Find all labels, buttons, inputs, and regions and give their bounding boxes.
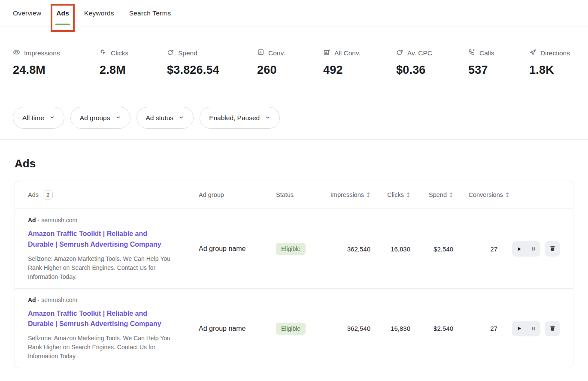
metric-all-conversions: All Conv. 492 <box>323 48 396 77</box>
metric-calls: Calls 537 <box>468 48 529 77</box>
ad-description: Sellzone: Amazon Marketing Tools. We Can… <box>28 254 177 281</box>
filter-ad-groups[interactable]: Ad groups <box>70 107 130 129</box>
column-header-status: Status <box>276 191 327 198</box>
chevron-down-icon <box>49 114 55 122</box>
eye-icon <box>13 48 20 57</box>
ad-meta: Ad · semrush.com <box>28 296 199 303</box>
sort-icon <box>406 192 410 198</box>
column-header-impressions[interactable]: Impressions <box>327 191 370 198</box>
metric-label: Calls <box>479 49 494 57</box>
metric-value: 492 <box>323 64 396 77</box>
impressions-cell: 362,540 <box>327 325 370 332</box>
chevron-down-icon <box>179 114 184 122</box>
chevron-down-icon <box>115 114 121 122</box>
tab-label: Overview <box>13 9 41 17</box>
metric-impressions: Impressions 24.8M <box>13 48 100 77</box>
tabs-bar: Overview Ads Keywords Search Terms <box>0 0 588 27</box>
impressions-cell: 362,540 <box>327 245 370 253</box>
ad-description: Sellzone: Amazon Marketing Tools. We Can… <box>28 334 177 361</box>
ad-title-link[interactable]: Amazon Traffic Toolkit | Reliable and Du… <box>28 308 170 330</box>
play-button[interactable] <box>512 321 526 336</box>
metric-directions: Directions 1.8K <box>529 48 575 77</box>
filter-label: Ad groups <box>80 114 110 122</box>
metric-label: Clicks <box>111 49 128 57</box>
clicks-cell: 16,830 <box>370 245 410 253</box>
metric-value: 260 <box>257 64 323 77</box>
tab-ads[interactable]: Ads <box>56 9 69 17</box>
tab-label: Search Terms <box>129 9 171 17</box>
status-cell: Eligible <box>276 243 327 255</box>
play-button[interactable] <box>512 241 526 257</box>
sort-icon <box>449 192 453 198</box>
ad-title-link[interactable]: Amazon Traffic Toolkit | Reliable and Du… <box>28 229 170 250</box>
filter-date-range[interactable]: All time <box>13 107 64 129</box>
status-badge: Eligible <box>276 243 306 255</box>
column-header-ad-group: Ad group <box>199 191 276 198</box>
metric-avg-cpc: Av. CPC $0.36 <box>396 48 468 77</box>
ad-group-cell: Ad group name <box>199 245 276 253</box>
filter-label: Ad stutus <box>146 114 174 122</box>
tab-search-terms[interactable]: Search Terms <box>129 9 171 17</box>
tab-keywords[interactable]: Keywords <box>84 9 114 17</box>
status-cell: Eligible <box>276 323 327 335</box>
column-header-conversions[interactable]: Conversions <box>453 191 509 198</box>
sort-icon <box>366 192 370 198</box>
metric-label: Conv. <box>268 49 285 57</box>
chevron-down-icon <box>265 114 270 122</box>
ad-creative-cell: Ad · semrush.com Amazon Traffic Toolkit … <box>28 217 199 281</box>
row-actions <box>509 241 560 257</box>
filters-bar: All time Ad groups Ad stutus Enabled, Pa… <box>0 96 588 140</box>
play-pause-toggle <box>512 241 540 257</box>
delete-button[interactable] <box>545 321 560 336</box>
metric-label: All Conv. <box>334 49 361 57</box>
ad-group-cell: Ad group name <box>199 325 276 333</box>
metrics-summary-bar: Impressions 24.8M Clicks 2.8M Spend $3.8… <box>0 27 588 96</box>
ads-count-badge: 2 <box>43 190 53 200</box>
metric-label: Impressions <box>24 49 60 57</box>
filter-ad-status[interactable]: Ad stutus <box>136 107 194 129</box>
filter-label: Enabled, Paused <box>209 114 260 122</box>
filter-enabled-paused[interactable]: Enabled, Paused <box>200 107 280 129</box>
trash-icon <box>549 245 556 253</box>
active-tab-underline <box>55 24 70 25</box>
main-content: Ads Ads 2 Ad group Status Impressions Cl… <box>0 157 588 368</box>
ad-kind-label: Ad <box>28 296 36 303</box>
ad-creative-cell: Ad · semrush.com Amazon Traffic Toolkit … <box>28 296 199 361</box>
ad-domain: semrush.com <box>41 217 77 224</box>
metric-value: 2.8M <box>100 64 167 77</box>
pause-button[interactable] <box>526 321 540 336</box>
column-header-spend[interactable]: Spend <box>410 191 453 198</box>
metric-label: Av. CPC <box>407 49 432 57</box>
metric-value: $0.36 <box>396 64 468 77</box>
spend-cell: $2.540 <box>410 325 453 332</box>
conversions-cell: 27 <box>453 245 509 253</box>
row-actions <box>509 321 560 336</box>
cursor-click-icon <box>100 48 107 57</box>
trash-icon <box>549 325 556 333</box>
page-title: Ads <box>15 157 573 170</box>
phone-plus-icon <box>468 48 476 57</box>
delete-button[interactable] <box>545 241 560 257</box>
status-badge: Eligible <box>276 323 306 335</box>
ads-table-card: Ads 2 Ad group Status Impressions Clicks… <box>15 181 573 368</box>
conversions-cell: 27 <box>453 325 509 332</box>
metric-value: $3.826.54 <box>167 64 257 77</box>
ad-domain: semrush.com <box>41 296 77 303</box>
metric-clicks: Clicks 2.8M <box>100 48 167 77</box>
tab-overview[interactable]: Overview <box>13 9 41 17</box>
ad-kind-label: Ad <box>28 217 36 224</box>
separator: · <box>38 296 40 303</box>
column-header-clicks[interactable]: Clicks <box>370 191 410 198</box>
table-row: Ad · semrush.com Amazon Traffic Toolkit … <box>15 209 573 288</box>
coin-arrow-icon <box>396 48 403 57</box>
metric-value: 24.8M <box>13 64 100 77</box>
pause-button[interactable] <box>526 241 540 257</box>
column-header-ads: Ads 2 <box>28 190 199 200</box>
play-pause-toggle <box>512 321 540 336</box>
clicks-cell: 16,830 <box>370 325 410 332</box>
bar-chart-plus-icon <box>323 48 330 57</box>
metric-value: 537 <box>468 64 529 77</box>
separator: · <box>38 217 40 224</box>
tab-label: Keywords <box>84 9 114 17</box>
coin-arrow-icon <box>167 48 174 57</box>
